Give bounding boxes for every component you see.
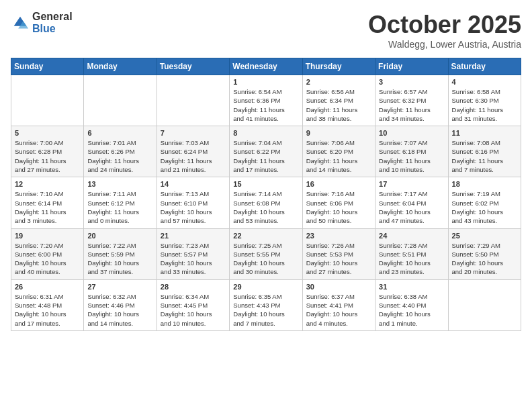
day-number-22: 22 [233,232,298,240]
day-number-25: 25 [452,232,517,240]
day-cell-1: 1Sunrise: 6:54 AMSunset: 6:36 PMDaylight… [230,75,302,126]
day-cell-26: 26Sunrise: 6:31 AMSunset: 4:48 PMDayligh… [11,279,84,330]
weekday-header-row: SundayMondayTuesdayWednesdayThursdayFrid… [11,58,521,75]
day-info-10: Sunrise: 7:07 AMSunset: 6:18 PMDaylight:… [379,138,444,174]
day-cell-17: 17Sunrise: 7:17 AMSunset: 6:04 PMDayligh… [375,177,448,228]
page-header: General Blue October 2025 Waldegg, Lower… [11,11,521,50]
day-cell-31: 31Sunrise: 6:38 AMSunset: 4:40 PMDayligh… [375,279,448,330]
day-info-2: Sunrise: 6:56 AMSunset: 6:34 PMDaylight:… [306,87,371,123]
day-info-8: Sunrise: 7:04 AMSunset: 6:22 PMDaylight:… [233,138,298,174]
day-info-28: Sunrise: 6:34 AMSunset: 4:45 PMDaylight:… [161,292,226,328]
day-cell-29: 29Sunrise: 6:35 AMSunset: 4:43 PMDayligh… [230,279,302,330]
day-number-1: 1 [233,78,298,86]
day-info-1: Sunrise: 6:54 AMSunset: 6:36 PMDaylight:… [233,87,298,123]
weekday-thursday: Thursday [302,58,375,75]
day-info-7: Sunrise: 7:03 AMSunset: 6:24 PMDaylight:… [161,138,226,174]
day-cell-21: 21Sunrise: 7:23 AMSunset: 5:57 PMDayligh… [157,228,229,279]
day-number-24: 24 [379,232,444,240]
day-cell-30: 30Sunrise: 6:37 AMSunset: 4:41 PMDayligh… [302,279,375,330]
empty-cell [448,279,521,330]
month-title: October 2025 [368,11,521,39]
day-info-26: Sunrise: 6:31 AMSunset: 4:48 PMDaylight:… [15,292,80,328]
day-info-9: Sunrise: 7:06 AMSunset: 6:20 PMDaylight:… [306,138,371,174]
week-row-4: 19Sunrise: 7:20 AMSunset: 6:00 PMDayligh… [11,228,521,279]
day-cell-15: 15Sunrise: 7:14 AMSunset: 6:08 PMDayligh… [230,177,302,228]
day-info-29: Sunrise: 6:35 AMSunset: 4:43 PMDaylight:… [233,292,298,328]
day-cell-4: 4Sunrise: 6:58 AMSunset: 6:30 PMDaylight… [448,75,521,126]
empty-cell [84,75,157,126]
day-cell-22: 22Sunrise: 7:25 AMSunset: 5:55 PMDayligh… [230,228,302,279]
day-cell-10: 10Sunrise: 7:07 AMSunset: 6:18 PMDayligh… [375,126,448,177]
day-cell-24: 24Sunrise: 7:28 AMSunset: 5:51 PMDayligh… [375,228,448,279]
day-cell-2: 2Sunrise: 6:56 AMSunset: 6:34 PMDaylight… [302,75,375,126]
day-number-15: 15 [233,180,298,188]
location-label: Waldegg, Lower Austria, Austria [368,39,521,50]
day-info-4: Sunrise: 6:58 AMSunset: 6:30 PMDaylight:… [452,87,517,123]
day-info-21: Sunrise: 7:23 AMSunset: 5:57 PMDaylight:… [161,241,226,277]
day-info-15: Sunrise: 7:14 AMSunset: 6:08 PMDaylight:… [233,189,298,225]
weekday-saturday: Saturday [448,58,521,75]
day-cell-5: 5Sunrise: 7:00 AMSunset: 6:28 PMDaylight… [11,126,84,177]
day-number-10: 10 [379,129,444,137]
day-number-29: 29 [233,283,298,291]
day-number-27: 27 [87,283,152,291]
day-info-11: Sunrise: 7:08 AMSunset: 6:16 PMDaylight:… [452,138,517,174]
week-row-2: 5Sunrise: 7:00 AMSunset: 6:28 PMDaylight… [11,126,521,177]
day-cell-19: 19Sunrise: 7:20 AMSunset: 6:00 PMDayligh… [11,228,84,279]
day-number-19: 19 [15,232,80,240]
day-info-31: Sunrise: 6:38 AMSunset: 4:40 PMDaylight:… [379,292,444,328]
day-cell-7: 7Sunrise: 7:03 AMSunset: 6:24 PMDaylight… [157,126,229,177]
empty-cell [157,75,229,126]
day-cell-14: 14Sunrise: 7:13 AMSunset: 6:10 PMDayligh… [157,177,229,228]
day-info-19: Sunrise: 7:20 AMSunset: 6:00 PMDaylight:… [15,241,80,277]
logo: General Blue [11,11,73,34]
day-number-13: 13 [87,180,152,188]
day-number-17: 17 [379,180,444,188]
day-info-27: Sunrise: 6:32 AMSunset: 4:46 PMDaylight:… [87,292,152,328]
weekday-tuesday: Tuesday [157,58,229,75]
day-number-6: 6 [87,129,152,137]
logo-general-label: General [32,11,73,23]
day-number-4: 4 [452,78,517,86]
day-cell-12: 12Sunrise: 7:10 AMSunset: 6:14 PMDayligh… [11,177,84,228]
day-cell-18: 18Sunrise: 7:19 AMSunset: 6:02 PMDayligh… [448,177,521,228]
week-row-3: 12Sunrise: 7:10 AMSunset: 6:14 PMDayligh… [11,177,521,228]
weekday-friday: Friday [375,58,448,75]
day-number-2: 2 [306,78,371,86]
day-cell-9: 9Sunrise: 7:06 AMSunset: 6:20 PMDaylight… [302,126,375,177]
day-info-13: Sunrise: 7:11 AMSunset: 6:12 PMDaylight:… [87,189,152,225]
empty-cell [11,75,84,126]
day-cell-23: 23Sunrise: 7:26 AMSunset: 5:53 PMDayligh… [302,228,375,279]
day-info-14: Sunrise: 7:13 AMSunset: 6:10 PMDaylight:… [161,189,226,225]
day-number-14: 14 [161,180,226,188]
day-cell-25: 25Sunrise: 7:29 AMSunset: 5:50 PMDayligh… [448,228,521,279]
logo-icon [11,13,30,32]
day-info-30: Sunrise: 6:37 AMSunset: 4:41 PMDaylight:… [306,292,371,328]
day-number-3: 3 [379,78,444,86]
day-number-26: 26 [15,283,80,291]
day-info-5: Sunrise: 7:00 AMSunset: 6:28 PMDaylight:… [15,138,80,174]
day-info-17: Sunrise: 7:17 AMSunset: 6:04 PMDaylight:… [379,189,444,225]
day-cell-20: 20Sunrise: 7:22 AMSunset: 5:59 PMDayligh… [84,228,157,279]
weekday-wednesday: Wednesday [230,58,302,75]
day-cell-13: 13Sunrise: 7:11 AMSunset: 6:12 PMDayligh… [84,177,157,228]
logo-text: General Blue [32,11,73,34]
weekday-sunday: Sunday [11,58,84,75]
title-block: October 2025 Waldegg, Lower Austria, Aus… [368,11,521,50]
weekday-monday: Monday [84,58,157,75]
day-number-16: 16 [306,180,371,188]
week-row-5: 26Sunrise: 6:31 AMSunset: 4:48 PMDayligh… [11,279,521,330]
week-row-1: 1Sunrise: 6:54 AMSunset: 6:36 PMDaylight… [11,75,521,126]
day-number-30: 30 [306,283,371,291]
day-cell-3: 3Sunrise: 6:57 AMSunset: 6:32 PMDaylight… [375,75,448,126]
day-cell-27: 27Sunrise: 6:32 AMSunset: 4:46 PMDayligh… [84,279,157,330]
logo-blue-label: Blue [32,23,73,35]
day-cell-16: 16Sunrise: 7:16 AMSunset: 6:06 PMDayligh… [302,177,375,228]
day-number-28: 28 [161,283,226,291]
calendar-table: SundayMondayTuesdayWednesdayThursdayFrid… [11,58,521,331]
day-number-8: 8 [233,129,298,137]
day-cell-28: 28Sunrise: 6:34 AMSunset: 4:45 PMDayligh… [157,279,229,330]
day-info-12: Sunrise: 7:10 AMSunset: 6:14 PMDaylight:… [15,189,80,225]
day-number-31: 31 [379,283,444,291]
day-number-9: 9 [306,129,371,137]
